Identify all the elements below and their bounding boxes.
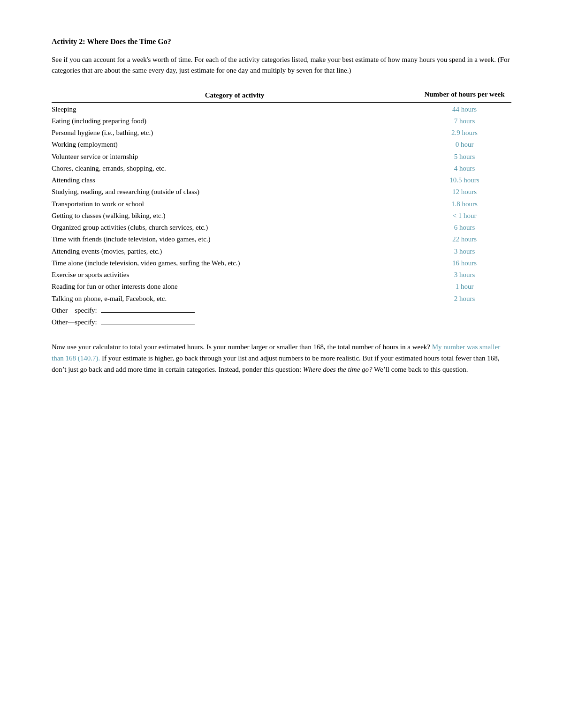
table-row: Exercise or sports activities 3 hours <box>52 269 511 281</box>
hours-cell: 4 hours <box>418 163 511 174</box>
hours-cell: 2 hours <box>418 293 511 304</box>
other-specify-field-1[interactable] <box>101 306 195 313</box>
activity-table: Category of activity Number of hours per… <box>52 90 511 329</box>
table-row: Volunteer service or internship 5 hours <box>52 151 511 163</box>
table-row: Time alone (include television, video ga… <box>52 257 511 269</box>
table-row: Chores, cleaning, errands, shopping, etc… <box>52 163 511 174</box>
other-specify-field-2[interactable] <box>101 318 195 324</box>
table-row: Reading for fun or other interests done … <box>52 281 511 293</box>
table-header: Category of activity Number of hours per… <box>52 90 511 101</box>
table-row: Time with friends (include television, v… <box>52 233 511 245</box>
category-cell: Exercise or sports activities <box>52 270 418 280</box>
table-row: Getting to classes (walking, biking, etc… <box>52 210 511 222</box>
closing-italic: Where does the time go? <box>303 366 373 373</box>
page-title: Activity 2: Where Does the Time Go? <box>52 38 511 46</box>
category-cell: Reading for fun or other interests done … <box>52 281 418 292</box>
hours-cell: 6 hours <box>418 222 511 233</box>
hours-cell: 44 hours <box>418 104 511 115</box>
category-cell: Studying, reading, and researching (outs… <box>52 187 418 197</box>
hours-cell: 16 hours <box>418 258 511 269</box>
hours-cell: 1 hour <box>418 281 511 292</box>
other-row-2: Other—specify: <box>52 316 511 328</box>
category-cell: Getting to classes (walking, biking, etc… <box>52 210 418 221</box>
category-cell: Transportation to work or school <box>52 199 418 210</box>
table-row: Personal hygiene (i.e., bathing, etc.) 2… <box>52 127 511 139</box>
hours-cell: 10.5 hours <box>418 175 511 186</box>
category-cell: Organized group activities (clubs, churc… <box>52 222 418 233</box>
hours-cell: 7 hours <box>418 116 511 127</box>
table-row: Organized group activities (clubs, churc… <box>52 222 511 233</box>
header-divider <box>52 102 511 103</box>
category-cell: Attending class <box>52 175 418 186</box>
hours-cell: 12 hours <box>418 187 511 197</box>
category-cell: Sleeping <box>52 104 418 115</box>
hours-cell: < 1 hour <box>418 210 511 221</box>
hours-column-header: Number of hours per week <box>418 90 511 99</box>
hours-cell: 3 hours <box>418 270 511 280</box>
table-row: Eating (including preparing food) 7 hour… <box>52 115 511 127</box>
intro-paragraph: See if you can account for a week's wort… <box>52 54 511 76</box>
hours-cell: 3 hours <box>418 246 511 257</box>
category-cell: Time alone (include television, video ga… <box>52 258 418 269</box>
category-cell: Talking on phone, e-mail, Facebook, etc. <box>52 293 418 304</box>
other-label-1: Other—specify: <box>52 305 99 316</box>
category-cell: Eating (including preparing food) <box>52 116 418 127</box>
table-row: Talking on phone, e-mail, Facebook, etc.… <box>52 293 511 305</box>
hours-cell: 2.9 hours <box>418 128 511 138</box>
category-cell: Time with friends (include television, v… <box>52 234 418 245</box>
other-row-1: Other—specify: <box>52 305 511 316</box>
hours-cell: 5 hours <box>418 151 511 162</box>
closing-text-3: We’ll come back to this question. <box>374 366 468 373</box>
category-cell: Chores, cleaning, errands, shopping, etc… <box>52 163 418 174</box>
category-cell: Working (employment) <box>52 139 418 150</box>
table-row: Sleeping 44 hours <box>52 104 511 115</box>
other-label-2: Other—specify: <box>52 317 99 328</box>
table-row: Attending events (movies, parties, etc.)… <box>52 246 511 257</box>
table-row: Attending class 10.5 hours <box>52 174 511 186</box>
hours-cell: 1.8 hours <box>418 199 511 210</box>
category-cell: Volunteer service or internship <box>52 151 418 162</box>
table-row: Studying, reading, and researching (outs… <box>52 186 511 198</box>
category-column-header: Category of activity <box>52 91 418 99</box>
category-cell: Personal hygiene (i.e., bathing, etc.) <box>52 128 418 138</box>
category-cell: Attending events (movies, parties, etc.) <box>52 246 418 257</box>
page-container: Activity 2: Where Does the Time Go? See … <box>52 38 511 375</box>
table-row: Working (employment) 0 hour <box>52 139 511 150</box>
closing-text-1: Now use your calculator to total your es… <box>52 343 430 351</box>
hours-cell: 22 hours <box>418 234 511 245</box>
hours-cell: 0 hour <box>418 139 511 150</box>
closing-paragraph: Now use your calculator to total your es… <box>52 341 511 375</box>
table-row: Transportation to work or school 1.8 hou… <box>52 198 511 210</box>
